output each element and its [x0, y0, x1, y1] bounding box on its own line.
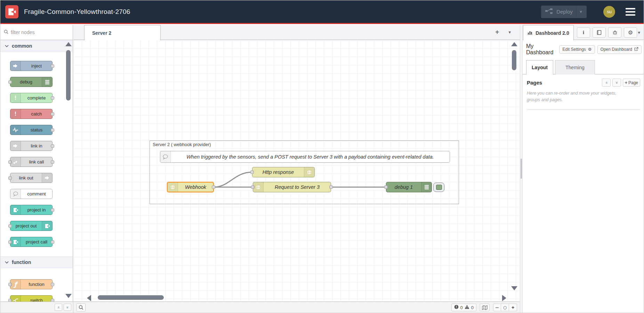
edit-settings-button[interactable]: Edit Settings ⚙	[559, 45, 595, 54]
palette-node-link-call[interactable]: link call	[10, 157, 53, 167]
node-comment[interactable]: When triggered by the sensors, send a PO…	[160, 151, 450, 163]
link-arrow-icon	[42, 173, 52, 183]
palette-scroll-up-arrow[interactable]	[65, 42, 72, 46]
node-red-logo-icon	[5, 5, 18, 18]
palette-collapse-all-button[interactable]: »	[55, 304, 62, 311]
heartbeat-icon	[10, 125, 21, 135]
node-http-response[interactable]: Http response	[252, 167, 315, 177]
node-debug-1[interactable]: debug 1	[386, 182, 432, 192]
sidebar-scrollbar-thumb[interactable]	[521, 159, 522, 179]
palette-node-status[interactable]: status	[10, 125, 53, 135]
palette-scroll-down-arrow[interactable]	[65, 294, 72, 298]
tab-dashboard-2[interactable]: Dashboard 2.0	[523, 25, 574, 40]
comment-bubble-icon	[160, 151, 171, 162]
canvas-scroll-left-arrow[interactable]	[87, 295, 91, 301]
user-avatar[interactable]: su	[603, 6, 615, 18]
canvas-vscrollbar-thumb[interactable]	[512, 50, 516, 70]
sidebar-tabs-caret[interactable]: ▾	[638, 30, 640, 35]
node-red-editor: Fragile-Common-Yellowthroat-2706 Deploy …	[0, 0, 644, 313]
palette-category-common[interactable]: common	[0, 40, 73, 52]
output-port[interactable]	[51, 96, 54, 100]
palette-node-link-in[interactable]: link in	[10, 141, 53, 151]
node-request-to-server-3[interactable]: Request to Server 3	[253, 182, 331, 192]
gear-icon: ⚙	[588, 47, 592, 52]
canvas-scroll-right-arrow[interactable]	[502, 295, 506, 301]
palette-node-catch[interactable]: ! catch	[10, 109, 53, 119]
palette-category-function[interactable]: function	[0, 256, 73, 268]
gear-settings-button[interactable]: ⚙	[624, 27, 637, 38]
move-up-button[interactable]: »	[602, 79, 611, 87]
pages-section-header: Pages » » +Page	[523, 74, 644, 87]
zoom-in-button[interactable]: +	[509, 304, 517, 311]
search-icon	[79, 305, 83, 310]
tab-server-2[interactable]: Server 2	[84, 25, 161, 40]
tab-list-caret[interactable]: ▾	[508, 30, 511, 35]
workspace-footer: » » 0 0 − ○ +	[0, 302, 520, 313]
palette-node-project-in[interactable]: project in	[10, 205, 53, 215]
output-port[interactable]	[51, 144, 54, 148]
palette-node-comment[interactable]: comment	[10, 189, 53, 199]
deploy-button[interactable]: Deploy ▾	[541, 6, 587, 18]
project-logo-icon	[42, 221, 52, 231]
sidebar-tabbar: Dashboard 2.0 i ⚙ ▾	[523, 25, 644, 40]
navigator-map-button[interactable]	[480, 304, 490, 311]
move-down-button[interactable]: »	[612, 79, 621, 87]
palette-expand-all-button[interactable]: »	[64, 304, 71, 311]
comment-bubble-icon	[10, 189, 21, 199]
zoom-reset-button[interactable]: ○	[501, 304, 509, 311]
palette-node-project-call[interactable]: project call	[10, 237, 53, 247]
debug-list-icon	[42, 77, 52, 87]
palette-node-inject[interactable]: inject	[10, 61, 53, 71]
palette-filter-input[interactable]	[11, 30, 59, 35]
output-port[interactable]	[51, 160, 54, 164]
output-port[interactable]	[51, 299, 54, 302]
add-tab-button[interactable]: +	[495, 29, 499, 36]
add-page-button[interactable]: +Page	[623, 79, 640, 87]
flow-canvas[interactable]: Server 2 ( webhook provider) Http respon…	[73, 40, 520, 302]
palette-node-switch[interactable]: switch	[10, 295, 53, 302]
node-webhook[interactable]: Webhook	[167, 182, 214, 192]
notification-counts[interactable]: 0 0	[451, 304, 476, 311]
tab-theming[interactable]: Theming	[555, 60, 595, 74]
canvas-search-button[interactable]	[77, 303, 86, 312]
palette-node-complete[interactable]: ! complete	[10, 93, 53, 103]
main-menu-button[interactable]	[626, 8, 635, 16]
tab-layout[interactable]: Layout	[526, 60, 553, 75]
canvas-hscrollbar-thumb[interactable]	[98, 295, 164, 300]
debug-list-icon	[421, 182, 432, 192]
error-circle-icon	[454, 305, 459, 310]
warning-triangle-icon	[465, 305, 469, 310]
debug-enable-toggle[interactable]	[433, 183, 444, 192]
exclamation-icon: !	[10, 109, 21, 119]
output-port[interactable]	[51, 283, 54, 286]
help-book-button[interactable]	[593, 27, 606, 38]
palette-node-link-out[interactable]: link out	[10, 173, 53, 183]
output-port[interactable]	[329, 185, 333, 189]
globe-icon	[304, 167, 314, 177]
workspace-tabbar: Server 2 + ▾	[73, 25, 520, 40]
output-port[interactable]	[51, 240, 54, 244]
globe-icon	[168, 183, 178, 192]
output-port[interactable]	[51, 112, 54, 116]
palette-node-project-out[interactable]: project out	[10, 221, 53, 231]
output-port[interactable]	[51, 208, 54, 212]
output-port[interactable]	[51, 128, 54, 132]
deploy-options-caret[interactable]: ▾	[576, 7, 585, 17]
zoom-controls: − ○ +	[493, 304, 517, 311]
group-label: Server 2 ( webhook provider)	[153, 142, 211, 147]
palette-node-debug[interactable]: debug	[10, 77, 53, 87]
open-dashboard-button[interactable]: Open Dashboard	[597, 45, 642, 54]
output-port[interactable]	[212, 185, 215, 189]
sidebar-scrollbar[interactable]	[520, 25, 523, 313]
zoom-out-button[interactable]: −	[493, 304, 501, 311]
canvas-scroll-down-arrow[interactable]	[511, 286, 517, 290]
palette-node-function[interactable]: ƒ function	[10, 279, 53, 289]
output-port[interactable]	[51, 64, 54, 68]
canvas-scroll-up-arrow[interactable]	[511, 42, 517, 46]
palette-scrollbar-thumb[interactable]	[66, 50, 71, 101]
project-logo-icon	[10, 205, 21, 215]
debug-bug-button[interactable]	[608, 27, 621, 38]
palette-category-label: function	[12, 259, 31, 265]
info-tab-button[interactable]: i	[577, 27, 590, 38]
deploy-label: Deploy	[556, 9, 573, 15]
